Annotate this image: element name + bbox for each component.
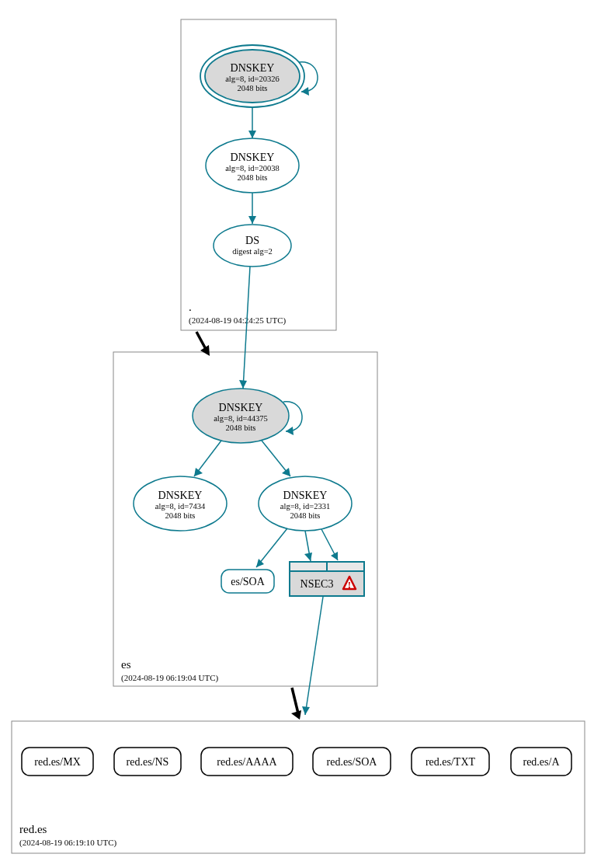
svg-marker-35 [304,553,312,561]
svg-marker-24 [194,468,203,476]
svg-text:alg=8, id=44375: alg=8, id=44375 [214,414,268,423]
svg-text:2048 bits: 2048 bits [290,511,321,520]
edge-zsk2331-essoa [256,528,287,567]
dnskey-es-ksk: DNSKEY alg=8, id=44375 2048 bits [193,389,302,443]
zone-redes-timestamp: (2024-08-19 06:19:10 UTC) [19,838,117,848]
svg-marker-7 [248,131,256,138]
svg-marker-6 [301,87,309,96]
svg-text:2048 bits: 2048 bits [226,424,256,432]
rr-redes-a: red.es/A [511,748,571,776]
edge-ds-esksk [239,267,250,389]
rr-redes-ns: red.es/NS [114,748,181,776]
warning-icon-excl: ! [348,579,351,591]
edge-nsec3-redes [302,597,323,715]
svg-text:digest alg=2: digest alg=2 [232,247,273,256]
svg-marker-45 [291,710,301,720]
rr-redes-txt: red.es/TXT [412,748,489,776]
svg-marker-23 [286,427,294,435]
svg-text:red.es/A: red.es/A [523,756,560,768]
dnskey-root-zsk: DNSKEY alg=8, id=20038 2048 bits [206,138,299,193]
edge-zsk2331-nsec3-r [321,529,338,560]
rr-redes-aaaa: red.es/AAAA [201,748,293,776]
svg-marker-12 [248,216,256,224]
rr-nsec3: NSEC3 ! [290,562,364,596]
svg-text:DS: DS [245,235,259,246]
svg-marker-34 [256,559,264,567]
zone-root-timestamp: (2024-08-19 04:24:25 UTC) [189,315,287,326]
svg-rect-43 [12,721,585,853]
rr-redes-mx: red.es/MX [22,748,93,776]
svg-text:red.es/SOA: red.es/SOA [327,756,378,768]
edge-esksk-zsk2 [262,441,290,476]
svg-text:alg=8, id=2331: alg=8, id=2331 [280,502,330,511]
svg-text:NSEC3: NSEC3 [300,578,334,590]
svg-text:2048 bits: 2048 bits [165,511,196,520]
svg-marker-17 [239,380,247,389]
svg-text:DNSKEY: DNSKEY [231,152,275,163]
svg-text:es/SOA: es/SOA [231,576,265,587]
svg-text:DNSKEY: DNSKEY [283,490,328,501]
edge-esksk-zsk1 [194,441,221,476]
zone-redes: red.es (2024-08-19 06:19:10 UTC) [12,721,585,853]
zone-es-label: es [121,658,131,671]
svg-text:red.es/AAAA: red.es/AAAA [217,756,277,768]
svg-text:alg=8, id=20326: alg=8, id=20326 [225,75,280,83]
zone-root-label: . [189,301,192,313]
svg-text:DNSKEY: DNSKEY [158,490,203,501]
zone-es-timestamp: (2024-08-19 06:19:04 UTC) [121,673,219,683]
rr-redes-soa: red.es/SOA [313,748,391,776]
svg-text:alg=8, id=7434: alg=8, id=7434 [155,502,206,511]
svg-rect-40 [327,562,364,571]
edge-zone-es-redes [291,688,301,720]
dnskey-root-ksk: DNSKEY alg=8, id=20326 2048 bits [200,45,318,107]
dnskey-es-zsk-2331: DNSKEY alg=8, id=2331 2048 bits [259,476,352,531]
svg-text:red.es/NS: red.es/NS [127,756,169,768]
svg-text:2048 bits: 2048 bits [238,173,268,182]
svg-text:alg=8, id=20038: alg=8, id=20038 [225,164,280,173]
svg-text:DNSKEY: DNSKEY [219,402,263,413]
ds-root: DS digest alg=2 [214,225,291,267]
svg-rect-39 [290,562,327,571]
rr-es-soa: es/SOA [221,570,274,593]
svg-text:DNSKEY: DNSKEY [231,62,275,74]
zone-redes-label: red.es [19,823,47,835]
svg-text:2048 bits: 2048 bits [238,84,268,92]
edge-zsk2331-nsec3-l [304,531,312,561]
edge-root-zsk-ds [248,193,256,224]
svg-marker-25 [282,468,290,476]
svg-text:red.es/TXT: red.es/TXT [426,756,476,768]
svg-text:red.es/MX: red.es/MX [34,756,81,768]
dnskey-es-zsk-7434: DNSKEY alg=8, id=7434 2048 bits [134,476,227,531]
edge-root-ksk-zsk [248,107,256,138]
